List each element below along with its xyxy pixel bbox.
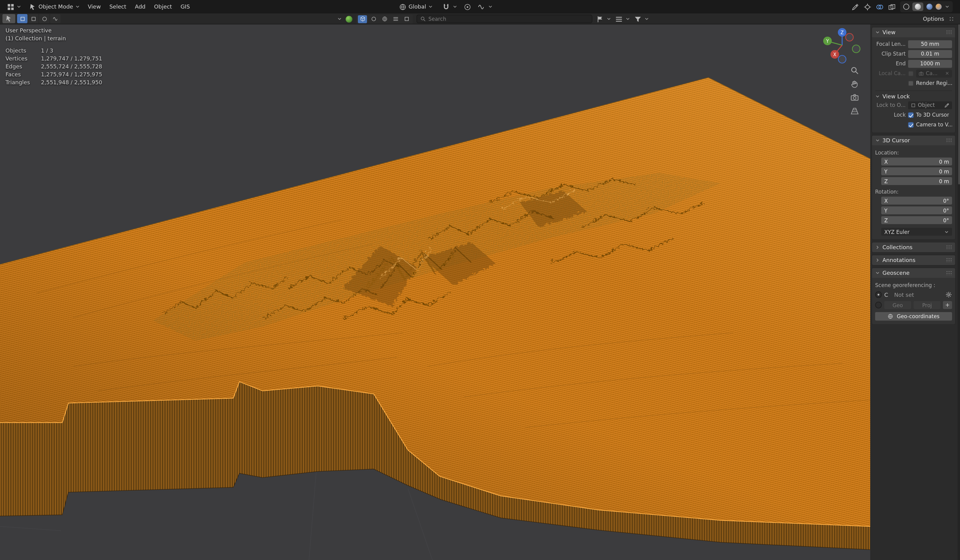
panel-drag-dots-icon[interactable] bbox=[946, 138, 952, 143]
clip-start-field[interactable]: 0.01 m bbox=[908, 50, 952, 58]
add-crs-button[interactable] bbox=[943, 301, 952, 309]
panel-collections: Collections bbox=[872, 242, 956, 253]
zoom-button[interactable] bbox=[850, 66, 859, 75]
panel-3d-cursor-header[interactable]: 3D Cursor bbox=[872, 136, 955, 146]
search-box[interactable] bbox=[416, 14, 592, 23]
proj-button[interactable]: Proj bbox=[914, 301, 941, 309]
to-3d-cursor-checkbox[interactable] bbox=[908, 112, 914, 118]
cursor-rotation-x-field[interactable]: X 0° bbox=[881, 197, 952, 205]
eyedropper-icon[interactable] bbox=[944, 102, 950, 108]
material-ball-icon[interactable] bbox=[346, 16, 352, 22]
xray-toggle-icon[interactable] bbox=[888, 3, 896, 11]
rotation-mode-value: XYZ Euler bbox=[884, 229, 910, 235]
display-dropdown[interactable] bbox=[615, 15, 630, 23]
gizmo-y-label: Y bbox=[826, 38, 829, 44]
cursor-rotation-y-field[interactable]: Y 0° bbox=[881, 206, 952, 214]
cursor-location-z-field[interactable]: Z 0 m bbox=[881, 177, 952, 185]
mode-dropdown[interactable]: Object Mode bbox=[26, 1, 83, 12]
panel-geoscene: Geoscene Scene georeferencing : C Not se… bbox=[872, 267, 956, 325]
cursor-location-x-field[interactable]: X 0 m bbox=[881, 158, 952, 165]
filter-dropdown[interactable] bbox=[634, 15, 649, 23]
panel-annotations-header[interactable]: Annotations bbox=[872, 255, 955, 265]
panel-geoscene-header[interactable]: Geoscene bbox=[872, 268, 955, 278]
proportional-falloff-dropdown[interactable] bbox=[477, 3, 493, 11]
clear-x-icon[interactable] bbox=[945, 71, 950, 76]
menu-object[interactable]: Object bbox=[150, 2, 176, 11]
to-3d-cursor-label: To 3D Cursor bbox=[916, 112, 949, 118]
panel-3d-cursor-title: 3D Cursor bbox=[882, 138, 910, 144]
snapping-controls[interactable] bbox=[442, 3, 457, 11]
render-region-checkbox[interactable] bbox=[908, 80, 914, 86]
rendered-shading-button[interactable] bbox=[936, 4, 942, 10]
panel-drag-dots-icon[interactable] bbox=[946, 258, 952, 262]
active-collection-label: (1) Collection | terrain bbox=[5, 35, 102, 42]
filter-rows-button[interactable] bbox=[391, 15, 400, 23]
eyedropper-icon[interactable] bbox=[851, 3, 859, 11]
perspective-toggle-button[interactable] bbox=[850, 106, 859, 115]
panel-collections-header[interactable]: Collections bbox=[872, 242, 955, 252]
overlays-toggle-icon[interactable] bbox=[876, 3, 884, 11]
filter-sphere-button[interactable] bbox=[369, 15, 378, 23]
shading-dropdown-icon[interactable] bbox=[945, 4, 950, 9]
gizmo-neg-y-axis[interactable] bbox=[852, 45, 860, 53]
search-input[interactable] bbox=[429, 16, 589, 22]
filter-globe-button[interactable] bbox=[380, 15, 389, 23]
local-camera-checkbox[interactable] bbox=[908, 70, 914, 76]
solid-shading-button[interactable] bbox=[912, 2, 923, 11]
cursor-rotation-z-field[interactable]: Z 0° bbox=[881, 216, 952, 224]
menu-select[interactable]: Select bbox=[106, 2, 130, 11]
transform-orientation-dropdown[interactable]: Global bbox=[396, 1, 436, 12]
wireframe-shading-button[interactable] bbox=[903, 4, 909, 10]
panel-view-header[interactable]: View bbox=[872, 27, 955, 37]
panel-drag-dots-icon[interactable] bbox=[946, 270, 952, 275]
select-mode-circle-button[interactable] bbox=[39, 14, 50, 23]
geo-button[interactable]: Geo bbox=[884, 301, 911, 309]
crs-value: Not set bbox=[891, 291, 943, 298]
crs-radio[interactable] bbox=[875, 291, 882, 298]
view-lock-subheader[interactable]: View Lock bbox=[875, 90, 952, 99]
filter-mesh-button[interactable] bbox=[358, 15, 367, 23]
list-icon bbox=[615, 15, 623, 23]
geo-coordinates-button[interactable]: Geo-coordinates bbox=[875, 312, 952, 321]
viewport-canvas[interactable] bbox=[0, 0, 870, 560]
region-grip-icon[interactable] bbox=[949, 16, 955, 22]
panel-drag-dots-icon[interactable] bbox=[946, 30, 952, 35]
select-mode-lasso-button[interactable] bbox=[50, 14, 61, 23]
tweak-icon bbox=[19, 16, 26, 22]
camera-to-view-checkbox[interactable] bbox=[908, 122, 914, 127]
select-mode-box-button[interactable] bbox=[28, 14, 38, 23]
select-mode-tweak-button[interactable] bbox=[17, 14, 27, 23]
viewport-3d[interactable] bbox=[0, 0, 960, 560]
gizmo-neg-z-axis[interactable] bbox=[838, 55, 846, 63]
sidebar-scrollbar-thumb[interactable] bbox=[958, 1, 960, 184]
panel-collections-title: Collections bbox=[882, 244, 912, 250]
editor-type-button[interactable] bbox=[4, 1, 24, 12]
pan-hand-button[interactable] bbox=[850, 79, 859, 88]
flag-icon bbox=[596, 15, 604, 23]
menu-gis[interactable]: GIS bbox=[177, 2, 194, 11]
collapse-icon[interactable] bbox=[337, 16, 342, 21]
view-perspective-label: User Perspective bbox=[5, 27, 102, 34]
menu-add[interactable]: Add bbox=[131, 2, 149, 11]
navigation-gizmo[interactable]: Z Y X bbox=[818, 24, 867, 66]
gear-icon[interactable] bbox=[946, 291, 952, 298]
clip-end-field[interactable]: 1000 m bbox=[908, 59, 952, 67]
material-preview-shading-button[interactable] bbox=[926, 4, 933, 10]
active-tool-button[interactable] bbox=[2, 14, 15, 23]
local-camera-field[interactable]: Ca... bbox=[916, 69, 952, 77]
gizmo-neg-x-axis[interactable] bbox=[845, 33, 853, 41]
proportional-editing-icon[interactable] bbox=[463, 3, 471, 11]
camera-view-button[interactable] bbox=[850, 93, 859, 102]
geo-proj-radio[interactable] bbox=[875, 302, 882, 309]
panel-drag-dots-icon[interactable] bbox=[946, 245, 952, 250]
scene-statistics: Objects1 / 3 Vertices1,279,747 / 1,279,7… bbox=[5, 47, 102, 87]
options-button[interactable]: Options bbox=[923, 16, 944, 22]
focal-length-field[interactable]: 50 mm bbox=[908, 40, 952, 48]
filter-box-button[interactable] bbox=[402, 15, 411, 23]
cursor-location-y-field[interactable]: Y 0 m bbox=[881, 167, 952, 175]
marker-dropdown[interactable] bbox=[596, 15, 611, 23]
lock-to-object-field[interactable]: Object bbox=[908, 101, 952, 109]
menu-view[interactable]: View bbox=[84, 2, 104, 11]
rotation-mode-dropdown[interactable]: XYZ Euler bbox=[881, 228, 952, 236]
gizmos-toggle-icon[interactable] bbox=[864, 3, 872, 11]
